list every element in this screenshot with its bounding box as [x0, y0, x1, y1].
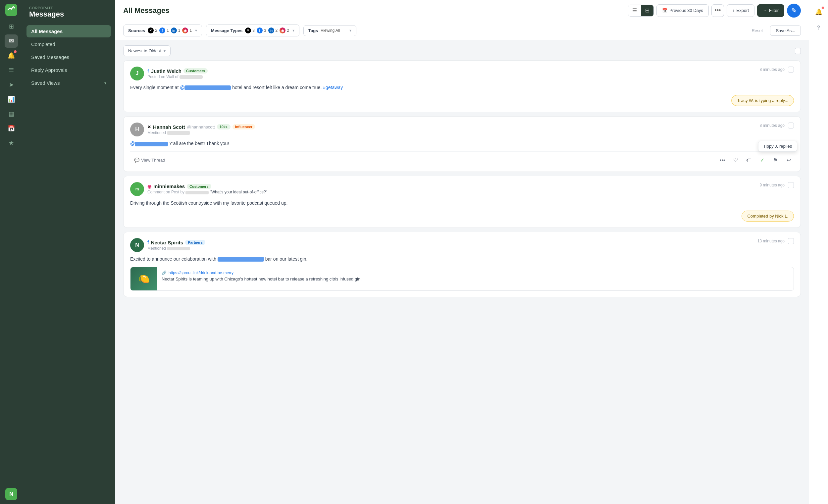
- sidebar: ⊞ ✉ 🔔 ☰ ➤ 📊 ▦ 📅 ★ N: [0, 0, 23, 504]
- more-actions-button[interactable]: •••: [717, 155, 728, 166]
- tags-chevron-icon: ▾: [349, 28, 351, 33]
- author-meta: Posted on Wall of: [148, 75, 208, 79]
- author-info: f Nectar Spirits Partners Mentioned: [148, 240, 205, 251]
- reply-button[interactable]: ↩ Tippy J. replied: [783, 155, 794, 166]
- message-checkbox[interactable]: [788, 238, 794, 244]
- avatar: N: [130, 238, 144, 252]
- message-types-filter[interactable]: Message Types ✕ 3 f 3 in 2 ◉ 2 ▾: [206, 25, 299, 36]
- view-thread-button[interactable]: 💬 View Thread: [130, 156, 169, 165]
- complete-button[interactable]: ✓: [757, 155, 768, 166]
- partners-badge: Partners: [185, 240, 205, 245]
- completed-banner: Completed by Nick L.: [130, 211, 794, 221]
- blurred-mention: [218, 257, 264, 262]
- tag-button[interactable]: 🏷: [744, 155, 754, 166]
- 10k-badge: 10k+: [217, 124, 231, 129]
- avatar[interactable]: N: [5, 488, 17, 500]
- message-header: N f Nectar Spirits Partners Mentioned 13: [130, 238, 794, 252]
- ig-count: 2: [287, 28, 289, 33]
- author-name: f Nectar Spirits Partners: [148, 240, 205, 245]
- linkedin-icon: in: [268, 28, 274, 34]
- x-icon: ✕: [245, 28, 251, 34]
- ig-count: 1: [190, 28, 192, 33]
- blurred-text: [185, 191, 209, 195]
- select-all-checkbox[interactable]: [795, 48, 801, 54]
- filter-icon: →: [763, 8, 767, 13]
- completed-bubble: Completed by Nick L.: [742, 211, 794, 221]
- message-time: 8 minutes ago: [760, 123, 794, 128]
- li-count: 2: [276, 28, 278, 33]
- message-time: 9 minutes ago: [760, 182, 794, 188]
- list-view-button[interactable]: ☰: [628, 5, 641, 16]
- message-body: Every single moment at @ hotel and resor…: [130, 84, 794, 91]
- star-icon[interactable]: ★: [5, 136, 18, 150]
- link-url: 🔗 https://sprout.link/drink-and-be-merry: [162, 270, 362, 275]
- card-view-button[interactable]: ⊟: [641, 5, 654, 16]
- tags-filter[interactable]: Tags Viewing All ▾: [303, 25, 357, 36]
- export-button[interactable]: ↑ Export: [727, 4, 754, 17]
- message-checkbox[interactable]: [788, 123, 794, 128]
- message-types-label: Message Types: [211, 28, 242, 33]
- li-count: 1: [178, 28, 180, 33]
- linkedin-icon: in: [171, 28, 177, 34]
- sidebar-item-reply-approvals[interactable]: Reply Approvals: [27, 64, 111, 76]
- sidebar-item-saved-views[interactable]: Saved Views ▾: [27, 77, 111, 89]
- sidebar-item-all-messages[interactable]: All Messages: [27, 25, 111, 37]
- view-toggle: ☰ ⊟: [628, 5, 654, 16]
- save-as-button[interactable]: Save As...: [770, 26, 801, 36]
- notifications-icon[interactable]: 🔔: [812, 5, 825, 18]
- grid-icon[interactable]: ⊞: [5, 20, 18, 33]
- author-meta: Mentioned: [148, 130, 255, 135]
- customers-badge: Customers: [187, 184, 211, 189]
- avatar: m: [130, 182, 144, 196]
- bell-icon[interactable]: 🔔: [5, 49, 18, 62]
- notification-badge: [14, 50, 16, 53]
- tags-label: Tags: [308, 28, 318, 33]
- message-body: Excited to announce our colaboration wit…: [130, 255, 794, 263]
- compose-button[interactable]: ✎: [787, 4, 801, 17]
- message-checkbox[interactable]: [788, 182, 794, 188]
- flag-button[interactable]: ⚑: [770, 155, 781, 166]
- nav-title: Messages: [29, 10, 108, 18]
- sidebar-item-saved-messages[interactable]: Saved Messages: [27, 51, 111, 63]
- sources-filter[interactable]: Sources ✕ 2 f 1 in 1 ◉ 1 ▾: [123, 25, 202, 36]
- instagram-icon: ◉: [182, 28, 188, 34]
- topbar: All Messages ☰ ⊟ 📅 Previous 30 Days ••• …: [115, 0, 809, 21]
- typing-indicator: Tracy W. is typing a reply...: [130, 95, 794, 106]
- tasks-icon[interactable]: ☰: [5, 64, 18, 77]
- calendar-icon[interactable]: 📅: [5, 122, 18, 135]
- more-options-button[interactable]: •••: [711, 4, 724, 17]
- customers-badge: Customers: [183, 68, 208, 74]
- author-name: f Justin Welch Customers: [148, 68, 208, 74]
- link-card-body: 🔗 https://sprout.link/drink-and-be-merry…: [157, 267, 366, 290]
- like-button[interactable]: ♡: [730, 155, 741, 166]
- link-card[interactable]: 🍋 🔗 https://sprout.link/drink-and-be-mer…: [130, 267, 794, 291]
- message-author: J f Justin Welch Customers Posted on Wal…: [130, 67, 208, 80]
- nav-items: All Messages Completed Saved Messages Re…: [23, 23, 115, 92]
- message-checkbox[interactable]: [788, 67, 794, 73]
- facebook-platform-icon: f: [148, 240, 149, 245]
- bar-chart-icon[interactable]: ▦: [5, 107, 18, 121]
- sidebar-item-completed[interactable]: Completed: [27, 38, 111, 50]
- app-logo[interactable]: [5, 4, 17, 16]
- send-icon[interactable]: ➤: [5, 78, 18, 91]
- reset-button[interactable]: Reset: [747, 26, 768, 36]
- thread-icon: 💬: [134, 158, 139, 163]
- chevron-down-icon: ▾: [104, 81, 106, 85]
- facebook-platform-icon: f: [148, 68, 149, 74]
- facebook-icon: f: [159, 28, 165, 34]
- svg-rect-0: [5, 4, 17, 16]
- fb-count: 3: [264, 28, 266, 33]
- analytics-icon[interactable]: 📊: [5, 93, 18, 106]
- help-icon[interactable]: ?: [812, 21, 825, 34]
- filter-button[interactable]: → Filter: [757, 4, 784, 17]
- author-name: ◉ minniemakes Customers: [148, 183, 267, 189]
- sort-select[interactable]: Newest to Oldest ▾: [123, 45, 171, 56]
- message-header: H ✕ Hannah Scott @hannahscott 10k+ Influ…: [130, 123, 794, 136]
- sort-chevron-icon: ▾: [164, 49, 166, 53]
- influencer-badge: Influencer: [233, 124, 255, 129]
- date-range-button[interactable]: 📅 Previous 30 Days: [656, 4, 709, 17]
- author-info: ✕ Hannah Scott @hannahscott 10k+ Influen…: [148, 124, 255, 135]
- inbox-icon[interactable]: ✉: [5, 34, 18, 48]
- message-types-icons: ✕ 3 f 3 in 2 ◉ 2: [245, 28, 290, 34]
- message-body: @ Y'all are the best! Thank you!: [130, 140, 794, 147]
